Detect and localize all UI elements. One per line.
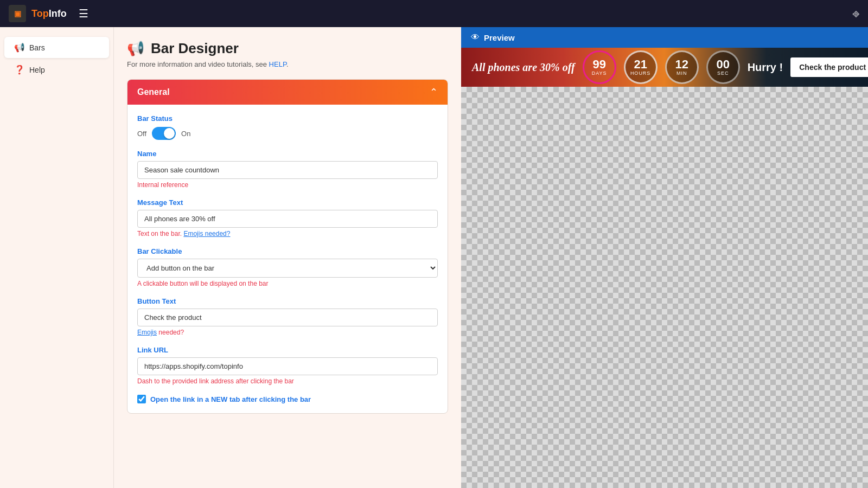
general-body: Bar Status Off On Name Inter <box>127 105 448 413</box>
sidebar-item-help[interactable]: ❓ Help <box>4 59 109 80</box>
sec-label: SEC <box>717 70 729 76</box>
name-field-group: Name Internal reference <box>137 150 438 189</box>
message-label: Message Text <box>137 198 438 207</box>
new-tab-checkbox[interactable] <box>137 395 146 403</box>
page-title-icon: 📢 <box>127 40 144 57</box>
general-card: General ⌃ Bar Status Off On <box>127 79 448 414</box>
general-header-title: General <box>137 87 170 97</box>
name-input[interactable] <box>137 161 438 179</box>
sidebar-help-label: Help <box>29 66 45 74</box>
bar-clickable-select[interactable]: Add button on the bar Make bar clickable… <box>137 259 438 278</box>
message-emojis-link[interactable]: Emojis needed? <box>183 230 230 237</box>
preview-announcement-bar: All phones are 30% off 99 DAYS 21 HOURS … <box>461 48 868 87</box>
preview-cta-button[interactable]: Check the product <box>790 57 868 77</box>
preview-content: All phones are 30% off 99 DAYS 21 HOURS … <box>461 48 868 488</box>
sidebar-item-bars[interactable]: 📢 Bars <box>4 37 109 58</box>
button-text-label: Button Text <box>137 297 438 305</box>
sidebar: 📢 Bars ❓ Help <box>0 27 114 488</box>
bar-clickable-hint: A clickable button will be displayed on … <box>137 280 438 287</box>
toggle-switch[interactable] <box>152 127 176 140</box>
checker-background <box>461 87 868 488</box>
preview-header: 👁 Preview <box>461 27 868 48</box>
topbar: ▣ TopInfo ☰ ⎆ <box>0 0 868 27</box>
sidebar-bars-label: Bars <box>29 43 45 52</box>
logo-box: ▣ <box>9 5 26 22</box>
emojis-link[interactable]: Emojis <box>137 329 157 336</box>
new-tab-label: Open the link in a NEW tab after clickin… <box>150 395 311 403</box>
page-subtitle: For more information and video tutorials… <box>127 60 448 68</box>
bars-icon: 📢 <box>14 42 25 53</box>
sec-number: 00 <box>716 59 729 70</box>
link-url-field-group: Link URL Dash to the provided link addre… <box>137 346 438 385</box>
page-title-row: 📢 Bar Designer <box>127 40 448 57</box>
page-title: Bar Designer <box>151 40 239 57</box>
on-label: On <box>181 130 190 138</box>
countdown-hours: 21 HOURS <box>624 50 658 84</box>
days-number: 99 <box>592 59 605 70</box>
hamburger-icon[interactable]: ☰ <box>79 7 88 20</box>
message-field-group: Message Text Text on the bar. Emojis nee… <box>137 198 438 237</box>
days-label: DAYS <box>592 70 607 76</box>
countdown-days: 99 DAYS <box>583 50 616 84</box>
message-hint: Text on the bar. Emojis needed? <box>137 230 438 237</box>
message-input[interactable] <box>137 210 438 228</box>
link-url-input[interactable] <box>137 357 438 375</box>
help-icon: ❓ <box>14 65 25 75</box>
help-link[interactable]: HELP <box>269 60 286 68</box>
link-url-label: Link URL <box>137 346 438 354</box>
new-tab-row: Open the link in a NEW tab after clickin… <box>137 395 438 403</box>
name-label: Name <box>137 150 438 158</box>
hours-label: HOURS <box>630 70 651 76</box>
countdown-sec: 00 SEC <box>706 50 740 84</box>
min-number: 12 <box>675 59 688 70</box>
preview-header-title: Preview <box>484 33 515 42</box>
name-hint: Internal reference <box>137 181 438 189</box>
hours-number: 21 <box>634 59 647 70</box>
countdown-min: 12 MIN <box>665 50 699 84</box>
link-url-hint: Dash to the provided link address after … <box>137 377 438 385</box>
bar-clickable-field-group: Bar Clickable Add button on the bar Make… <box>137 247 438 287</box>
form-panel: 📢 Bar Designer For more information and … <box>114 27 461 488</box>
off-label: Off <box>137 130 146 138</box>
preview-panel: 👁 Preview All phones are 30% off 99 DAYS… <box>461 27 868 488</box>
bar-clickable-label: Bar Clickable <box>137 247 438 255</box>
preview-bar-text: All phones are 30% off <box>472 61 575 74</box>
min-label: MIN <box>676 70 687 76</box>
button-text-field-group: Button Text Emojis needed? <box>137 297 438 336</box>
button-text-input[interactable] <box>137 309 438 326</box>
export-icon[interactable]: ⎆ <box>853 8 859 20</box>
bar-status-field: Bar Status Off On <box>137 114 438 140</box>
chevron-up-icon[interactable]: ⌃ <box>430 86 438 98</box>
hurry-text: Hurry ! <box>748 61 783 74</box>
button-text-hint: Emojis needed? <box>137 329 438 336</box>
bar-status-label: Bar Status <box>137 114 438 123</box>
logo-text: TopInfo <box>31 8 67 20</box>
preview-eye-icon: 👁 <box>471 33 480 42</box>
general-header: General ⌃ <box>127 80 448 105</box>
